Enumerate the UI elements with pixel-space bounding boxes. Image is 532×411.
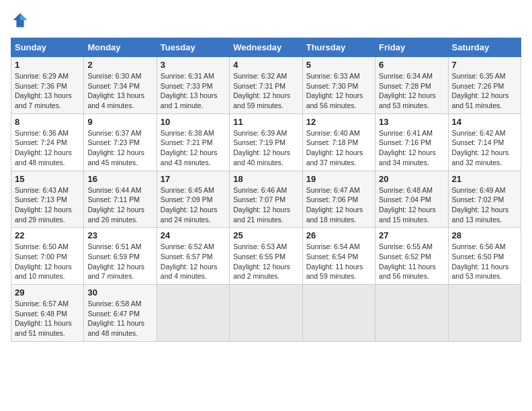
day-number: 20 — [379, 174, 444, 184]
calendar-cell: 25Sunrise: 6:53 AMSunset: 6:55 PMDayligh… — [230, 228, 302, 285]
day-number: 30 — [87, 287, 152, 298]
day-info: Sunrise: 6:49 AMSunset: 7:02 PMDaylight:… — [452, 185, 517, 225]
day-number: 17 — [161, 174, 226, 184]
day-info: Sunrise: 6:41 AMSunset: 7:16 PMDaylight:… — [379, 128, 444, 168]
calendar-cell: 19Sunrise: 6:47 AMSunset: 7:06 PMDayligh… — [302, 171, 375, 228]
calendar-cell: 17Sunrise: 6:45 AMSunset: 7:09 PMDayligh… — [157, 171, 229, 228]
day-number: 29 — [15, 287, 80, 298]
day-number: 26 — [306, 230, 371, 240]
calendar-cell: 26Sunrise: 6:54 AMSunset: 6:54 PMDayligh… — [302, 228, 375, 285]
calendar-cell: 18Sunrise: 6:46 AMSunset: 7:07 PMDayligh… — [230, 171, 302, 228]
day-number: 8 — [15, 117, 80, 127]
day-info: Sunrise: 6:54 AMSunset: 6:54 PMDaylight:… — [306, 242, 371, 281]
day-number: 28 — [452, 230, 517, 240]
day-number: 10 — [161, 117, 226, 127]
calendar-cell — [448, 285, 521, 342]
weekday-header-saturday: Saturday — [448, 38, 521, 57]
day-info: Sunrise: 6:40 AMSunset: 7:18 PMDaylight:… — [306, 128, 371, 168]
calendar-cell: 23Sunrise: 6:51 AMSunset: 6:59 PMDayligh… — [84, 228, 157, 285]
day-number: 23 — [87, 230, 152, 240]
calendar-cell: 8Sunrise: 6:36 AMSunset: 7:24 PMDaylight… — [11, 113, 84, 171]
weekday-header-sunday: Sunday — [11, 38, 84, 57]
calendar-cell — [157, 285, 229, 342]
day-number: 24 — [161, 230, 226, 240]
calendar-cell: 9Sunrise: 6:37 AMSunset: 7:23 PMDaylight… — [84, 113, 157, 171]
page-header — [11, 11, 521, 30]
calendar-cell: 27Sunrise: 6:55 AMSunset: 6:52 PMDayligh… — [375, 228, 448, 285]
day-info: Sunrise: 6:38 AMSunset: 7:21 PMDaylight:… — [161, 128, 226, 168]
calendar-cell — [302, 285, 375, 342]
calendar-cell — [230, 285, 302, 342]
day-info: Sunrise: 6:56 AMSunset: 6:50 PMDaylight:… — [452, 242, 517, 281]
day-info: Sunrise: 6:43 AMSunset: 7:13 PMDaylight:… — [15, 185, 80, 225]
day-info: Sunrise: 6:37 AMSunset: 7:23 PMDaylight:… — [87, 128, 152, 168]
calendar-cell: 7Sunrise: 6:35 AMSunset: 7:26 PMDaylight… — [448, 57, 521, 114]
calendar-week-2: 8Sunrise: 6:36 AMSunset: 7:24 PMDaylight… — [11, 113, 521, 171]
day-number: 15 — [15, 174, 80, 184]
day-number: 11 — [233, 117, 298, 127]
day-info: Sunrise: 6:36 AMSunset: 7:24 PMDaylight:… — [15, 128, 80, 168]
calendar-cell: 2Sunrise: 6:30 AMSunset: 7:34 PMDaylight… — [84, 57, 157, 114]
day-info: Sunrise: 6:44 AMSunset: 7:11 PMDaylight:… — [87, 185, 152, 225]
weekday-header-thursday: Thursday — [302, 38, 375, 57]
calendar-cell: 1Sunrise: 6:29 AMSunset: 7:36 PMDaylight… — [11, 57, 84, 114]
day-info: Sunrise: 6:58 AMSunset: 6:47 PMDaylight:… — [87, 299, 152, 338]
calendar-week-3: 15Sunrise: 6:43 AMSunset: 7:13 PMDayligh… — [11, 171, 521, 228]
day-info: Sunrise: 6:35 AMSunset: 7:26 PMDaylight:… — [452, 71, 517, 111]
calendar-cell: 21Sunrise: 6:49 AMSunset: 7:02 PMDayligh… — [448, 171, 521, 228]
calendar-cell: 28Sunrise: 6:56 AMSunset: 6:50 PMDayligh… — [448, 228, 521, 285]
calendar-cell: 5Sunrise: 6:33 AMSunset: 7:30 PMDaylight… — [302, 57, 375, 114]
day-number: 12 — [306, 117, 371, 127]
weekday-header-monday: Monday — [84, 38, 157, 57]
day-number: 21 — [452, 174, 517, 184]
logo-icon — [11, 11, 30, 30]
day-info: Sunrise: 6:48 AMSunset: 7:04 PMDaylight:… — [379, 185, 444, 225]
day-info: Sunrise: 6:50 AMSunset: 7:00 PMDaylight:… — [15, 242, 80, 281]
day-info: Sunrise: 6:39 AMSunset: 7:19 PMDaylight:… — [233, 128, 298, 168]
day-number: 13 — [379, 117, 444, 127]
day-info: Sunrise: 6:46 AMSunset: 7:07 PMDaylight:… — [233, 185, 298, 225]
logo — [11, 11, 32, 30]
calendar-cell: 30Sunrise: 6:58 AMSunset: 6:47 PMDayligh… — [84, 285, 157, 342]
calendar-cell: 16Sunrise: 6:44 AMSunset: 7:11 PMDayligh… — [84, 171, 157, 228]
calendar-cell: 13Sunrise: 6:41 AMSunset: 7:16 PMDayligh… — [375, 113, 448, 171]
day-info: Sunrise: 6:33 AMSunset: 7:30 PMDaylight:… — [306, 71, 371, 111]
day-info: Sunrise: 6:57 AMSunset: 6:48 PMDaylight:… — [15, 299, 80, 338]
calendar-cell — [375, 285, 448, 342]
calendar-cell: 24Sunrise: 6:52 AMSunset: 6:57 PMDayligh… — [157, 228, 229, 285]
day-info: Sunrise: 6:51 AMSunset: 6:59 PMDaylight:… — [87, 242, 152, 281]
day-info: Sunrise: 6:47 AMSunset: 7:06 PMDaylight:… — [306, 185, 371, 225]
day-number: 5 — [306, 60, 371, 70]
calendar-cell: 3Sunrise: 6:31 AMSunset: 7:33 PMDaylight… — [157, 57, 229, 114]
day-info: Sunrise: 6:32 AMSunset: 7:31 PMDaylight:… — [233, 71, 298, 111]
calendar-cell: 14Sunrise: 6:42 AMSunset: 7:14 PMDayligh… — [448, 113, 521, 171]
day-info: Sunrise: 6:55 AMSunset: 6:52 PMDaylight:… — [379, 242, 444, 281]
day-number: 2 — [87, 60, 152, 70]
day-info: Sunrise: 6:52 AMSunset: 6:57 PMDaylight:… — [161, 242, 226, 281]
weekday-header-tuesday: Tuesday — [157, 38, 229, 57]
day-number: 3 — [161, 60, 226, 70]
calendar-cell: 4Sunrise: 6:32 AMSunset: 7:31 PMDaylight… — [230, 57, 302, 114]
day-number: 25 — [233, 230, 298, 240]
calendar-cell: 22Sunrise: 6:50 AMSunset: 7:00 PMDayligh… — [11, 228, 84, 285]
day-number: 19 — [306, 174, 371, 184]
calendar-cell: 29Sunrise: 6:57 AMSunset: 6:48 PMDayligh… — [11, 285, 84, 342]
day-info: Sunrise: 6:53 AMSunset: 6:55 PMDaylight:… — [233, 242, 298, 281]
day-number: 18 — [233, 174, 298, 184]
calendar-cell: 15Sunrise: 6:43 AMSunset: 7:13 PMDayligh… — [11, 171, 84, 228]
calendar-week-5: 29Sunrise: 6:57 AMSunset: 6:48 PMDayligh… — [11, 285, 521, 342]
day-info: Sunrise: 6:31 AMSunset: 7:33 PMDaylight:… — [161, 71, 226, 111]
calendar-cell: 12Sunrise: 6:40 AMSunset: 7:18 PMDayligh… — [302, 113, 375, 171]
day-number: 9 — [87, 117, 152, 127]
calendar-week-4: 22Sunrise: 6:50 AMSunset: 7:00 PMDayligh… — [11, 228, 521, 285]
day-number: 22 — [15, 230, 80, 240]
day-info: Sunrise: 6:34 AMSunset: 7:28 PMDaylight:… — [379, 71, 444, 111]
day-number: 16 — [87, 174, 152, 184]
calendar-cell: 20Sunrise: 6:48 AMSunset: 7:04 PMDayligh… — [375, 171, 448, 228]
calendar-cell: 11Sunrise: 6:39 AMSunset: 7:19 PMDayligh… — [230, 113, 302, 171]
day-number: 7 — [452, 60, 517, 70]
day-info: Sunrise: 6:30 AMSunset: 7:34 PMDaylight:… — [87, 71, 152, 111]
day-number: 27 — [379, 230, 444, 240]
calendar-cell: 6Sunrise: 6:34 AMSunset: 7:28 PMDaylight… — [375, 57, 448, 114]
calendar-week-1: 1Sunrise: 6:29 AMSunset: 7:36 PMDaylight… — [11, 57, 521, 114]
